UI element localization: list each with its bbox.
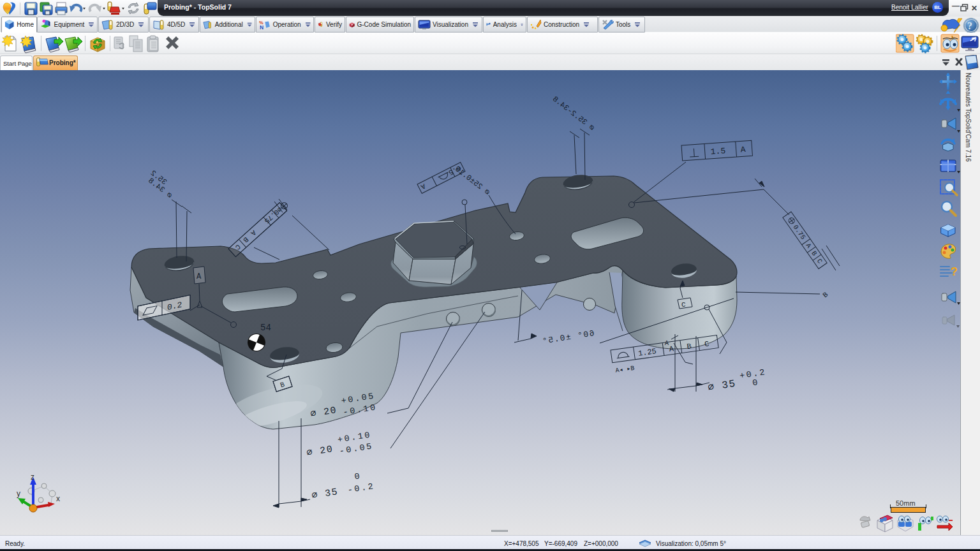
svg-text:1.5: 1.5 bbox=[710, 146, 725, 157]
svg-text:B: B bbox=[810, 249, 818, 257]
svg-text:x: x bbox=[56, 494, 60, 503]
svg-text:A◂ ▸B: A◂ ▸B bbox=[615, 365, 635, 374]
svg-text:?: ? bbox=[951, 265, 958, 278]
svg-text:A: A bbox=[805, 242, 813, 250]
svg-text:⌀ 20: ⌀ 20 bbox=[306, 444, 334, 459]
svg-text:60° ±0.5°: 60° ±0.5° bbox=[541, 328, 595, 346]
svg-text:0: 0 bbox=[752, 378, 758, 388]
svg-text:A: A bbox=[197, 272, 202, 281]
svg-text:A: A bbox=[665, 340, 669, 347]
svg-text:0.75: 0.75 bbox=[792, 223, 807, 241]
svg-text:A: A bbox=[740, 145, 746, 155]
svg-text:⌀ 35.2-34.8: ⌀ 35.2-34.8 bbox=[551, 94, 596, 133]
svg-text:⌀ 35: ⌀ 35 bbox=[707, 378, 737, 394]
svg-text:?: ? bbox=[967, 20, 972, 31]
svg-text:N: N bbox=[260, 24, 264, 30]
svg-text:-0.2: -0.2 bbox=[347, 481, 376, 496]
svg-text:0: 0 bbox=[354, 471, 362, 481]
svg-text:z: z bbox=[31, 473, 34, 481]
svg-text:C: C bbox=[681, 301, 686, 309]
svg-text:C: C bbox=[815, 258, 824, 265]
svg-text:y: y bbox=[17, 489, 20, 498]
svg-text:⌀ 35: ⌀ 35 bbox=[311, 487, 339, 501]
svg-text:A: A bbox=[419, 182, 427, 191]
svg-text:B: B bbox=[821, 291, 829, 300]
svg-text:54: 54 bbox=[260, 323, 271, 333]
svg-text:⌀ 25±0.15: ⌀ 25±0.15 bbox=[453, 165, 491, 197]
